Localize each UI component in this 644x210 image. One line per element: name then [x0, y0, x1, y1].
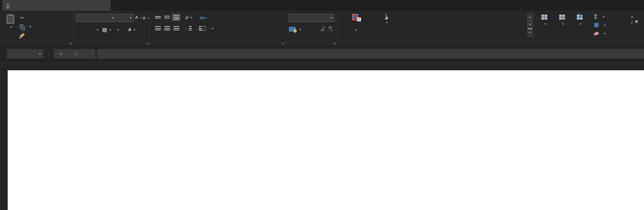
conditional-formatting-icon: ≠ — [352, 14, 359, 20]
align-top-button[interactable] — [154, 13, 162, 21]
group-font: ▾ ▾ A▴ A▾ ▾ ▦▾ ▾ A ▾ ↘ — [74, 11, 150, 46]
eraser-icon — [594, 31, 599, 36]
fill-color-button[interactable]: ▾ — [115, 25, 119, 34]
fill-button[interactable]: ↓ ▾ — [594, 23, 606, 27]
group-number: ▾ ▾ ←.0,00 ,00→,0 ↘ — [286, 11, 338, 46]
autosum-button[interactable]: Σ ▾ — [594, 13, 604, 20]
align-bottom-button[interactable] — [172, 13, 180, 21]
group-styles: ≠ ▾ ◢ ▾ ▲ ▼ ▼ — [338, 11, 533, 46]
align-center-button[interactable] — [163, 24, 171, 32]
merge-center-icon: ↔ — [200, 26, 206, 31]
fill-down-icon: ↓ — [594, 23, 599, 27]
sort-filter-button[interactable]: AZ ▼ — [631, 14, 644, 30]
group-cells: ← ▾ × ▾ ↔ ▾ — [533, 11, 590, 46]
align-left-button[interactable] — [154, 24, 162, 32]
underline-dropdown[interactable]: ▾ — [95, 25, 98, 34]
font-size-combo[interactable]: ▾ — [117, 14, 134, 22]
paste-button[interactable]: ▾ — [3, 13, 18, 41]
paste-icon — [7, 15, 14, 24]
font-dialog-launcher[interactable]: ↘ — [145, 41, 149, 45]
insert-cells-icon: ← — [542, 15, 548, 20]
delete-cells-icon: × — [559, 15, 566, 20]
cut-icon: ✂ — [20, 15, 24, 21]
formula-bar: ▾ ⋮ × ✓ — [0, 46, 644, 61]
cell-A1-instructions[interactable] — [8, 70, 644, 130]
cell-styles-gallery — [402, 13, 526, 36]
insert-cells-button[interactable]: ← ▾ — [536, 14, 553, 26]
format-as-table-button[interactable]: ◢ ▾ — [372, 14, 401, 25]
formula-input[interactable] — [97, 49, 644, 58]
conditional-formatting-button[interactable]: ≠ ▾ — [341, 14, 370, 33]
currency-icon — [289, 27, 296, 31]
font-color-icon: A — [128, 28, 131, 32]
increase-font-button[interactable]: A▴ — [135, 13, 142, 21]
enter-button[interactable]: ✓ — [74, 51, 78, 57]
borders-button[interactable]: ▦▾ — [102, 25, 111, 34]
orientation-icon: ab — [184, 14, 190, 20]
format-cells-button[interactable]: ↔ ▾ — [571, 14, 589, 26]
format-as-table-icon: ◢ — [386, 14, 386, 19]
funnel-icon: ▼ — [634, 19, 639, 25]
copy-button[interactable]: ▾ — [20, 23, 31, 30]
group-clipboard: ▾ ✂ ▾ ↘ — [0, 11, 74, 46]
align-middle-button[interactable] — [163, 13, 171, 21]
cut-button[interactable]: ✂ — [20, 14, 26, 21]
group-alignment: ab▾ ab↩ ← → ↔ ▾ ↘ — [150, 11, 286, 46]
decrease-indent-button[interactable]: ← — [184, 24, 193, 32]
decrease-decimal-button[interactable]: ,00→,0 — [327, 25, 332, 33]
format-cells-icon: ↔ — [577, 15, 583, 20]
font-family-combo[interactable]: ▾ — [76, 14, 116, 22]
gallery-scrollbar: ▲ ▼ ▼ — [527, 13, 532, 36]
font-color-button[interactable]: A ▾ — [128, 25, 135, 34]
format-painter-button[interactable] — [20, 31, 27, 39]
delete-cells-button[interactable]: × ▾ — [553, 14, 571, 26]
number-dialog-launcher[interactable]: ↘ — [333, 41, 336, 45]
orientation-button[interactable]: ab▾ — [184, 13, 193, 21]
gallery-scroll-down[interactable]: ▼ — [527, 21, 532, 28]
clipboard-dialog-launcher[interactable]: ↘ — [69, 41, 72, 45]
name-box[interactable]: ▾ — [7, 49, 43, 58]
align-right-button[interactable] — [172, 24, 180, 32]
gallery-more-button[interactable]: ▼ — [527, 28, 532, 36]
lightbulb-icon — [6, 4, 10, 7]
alignment-dialog-launcher[interactable]: ↘ — [281, 41, 284, 45]
tell-me-box[interactable] — [2, 0, 111, 11]
merge-center-button[interactable]: ↔ ▾ — [200, 25, 213, 32]
accounting-format-button[interactable]: ▾ — [289, 25, 301, 33]
decrease-font-button[interactable]: A▾ — [143, 14, 149, 22]
wrap-text-button[interactable]: ab↩ — [200, 14, 210, 21]
gallery-scroll-up[interactable]: ▲ — [527, 13, 532, 21]
number-format-combo[interactable]: ▾ — [289, 14, 334, 22]
group-editing: Σ ▾ ↓ ▾ ▾ AZ ▼ — [590, 11, 644, 46]
worksheet-grid — [0, 61, 644, 210]
copy-icon — [20, 25, 23, 29]
menu-bar — [0, 0, 644, 11]
ribbon: ▾ ✂ ▾ ↘ ▾ ▾ — [0, 11, 644, 46]
format-painter-icon — [20, 33, 25, 38]
cancel-button[interactable]: × — [59, 51, 63, 57]
name-box-resizer[interactable]: ⋮ — [47, 51, 52, 56]
increase-decimal-button[interactable]: ←.0,00 — [320, 25, 325, 33]
column-headers — [0, 61, 644, 70]
sigma-icon: Σ — [594, 13, 598, 20]
sort-az-icon: AZ — [631, 15, 633, 24]
row-headers — [0, 70, 8, 210]
wrap-text-icon: ab↩ — [200, 16, 207, 20]
clear-button[interactable]: ▾ — [594, 32, 606, 35]
